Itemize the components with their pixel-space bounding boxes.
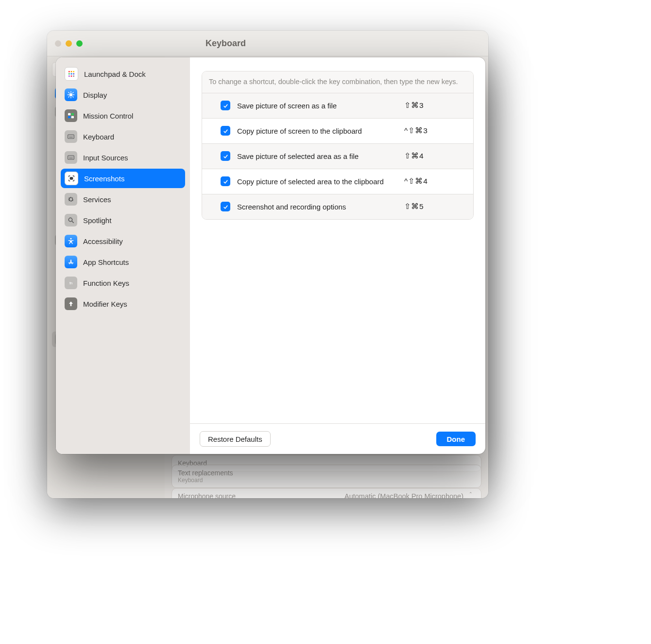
- svg-rect-19: [71, 113, 74, 116]
- sidebar-item-services[interactable]: Services: [61, 190, 185, 209]
- shortcut-label: Screenshot and recording options: [237, 203, 397, 211]
- svg-line-39: [72, 221, 73, 223]
- stepper-icon[interactable]: ⌃⌄: [466, 491, 475, 498]
- fn-icon: fn: [65, 277, 77, 289]
- sidebar-item-keyboard[interactable]: Keyboard: [61, 127, 185, 146]
- camera-icon: [65, 172, 78, 185]
- svg-line-16: [69, 97, 69, 97]
- shortcut-label: Copy picture of screen to the clipboard: [237, 127, 397, 135]
- shortcut-row[interactable]: Copy picture of selected area to the cli…: [202, 169, 473, 194]
- svg-rect-0: [69, 71, 70, 72]
- shortcut-keys[interactable]: ⇧⌘4: [404, 152, 424, 160]
- shortcut-panel: To change a shortcut, double-click the k…: [202, 71, 474, 220]
- minimize-icon[interactable]: [66, 40, 72, 47]
- sidebar-item-display[interactable]: Display: [61, 85, 185, 104]
- svg-line-14: [69, 92, 69, 93]
- svg-rect-7: [71, 75, 72, 77]
- maximize-icon[interactable]: [76, 40, 83, 47]
- svg-point-40: [70, 238, 72, 240]
- sidebar-item-launchpad[interactable]: Launchpad & Dock: [61, 64, 185, 84]
- keyboard-icon: [65, 130, 77, 143]
- sidebar-item-mission[interactable]: Mission Control: [61, 106, 185, 125]
- titlebar: Keyboard: [47, 31, 488, 56]
- shortcuts-sheet: Launchpad & DockDisplayMission ControlKe…: [56, 57, 485, 454]
- svg-rect-21: [71, 116, 74, 119]
- traffic-lights: [55, 40, 83, 47]
- close-icon[interactable]: [55, 40, 61, 47]
- checkbox[interactable]: [221, 202, 230, 211]
- mission-icon: [65, 109, 77, 122]
- svg-line-17: [73, 92, 73, 93]
- sidebar-item-accessibility[interactable]: Accessibility: [61, 231, 185, 251]
- page-title: Keyboard: [206, 38, 246, 49]
- svg-rect-2: [73, 71, 74, 72]
- panel-note: To change a shortcut, double-click the k…: [202, 71, 473, 93]
- shortcut-keys[interactable]: ⇧⌘3: [404, 101, 424, 110]
- shortcut-label: Save picture of selected area as a file: [237, 152, 397, 160]
- sidebar-item-label: Display: [83, 91, 107, 99]
- svg-rect-8: [73, 75, 74, 77]
- shortcut-keys[interactable]: ⇧⌘5: [404, 202, 424, 211]
- setting-row-value[interactable]: Automatic (MacBook Pro Microphone): [344, 492, 463, 498]
- sidebar-item-label: Keyboard: [83, 133, 114, 141]
- sidebar-item-label: Mission Control: [83, 112, 133, 120]
- up-icon: [65, 297, 77, 310]
- sheet-footer: Restore Defaults Done: [190, 423, 485, 454]
- svg-rect-29: [68, 156, 74, 159]
- sidebar-item-label: Launchpad & Dock: [84, 70, 146, 78]
- sidebar-item-label: Services: [83, 195, 111, 204]
- checkbox[interactable]: [221, 176, 230, 186]
- category-sidebar: Launchpad & DockDisplayMission ControlKe…: [56, 57, 190, 454]
- restore-defaults-button[interactable]: Restore Defaults: [200, 431, 271, 447]
- svg-point-9: [69, 93, 72, 96]
- setting-row-label: Text replacements: [178, 469, 475, 477]
- svg-rect-6: [69, 75, 70, 77]
- sidebar-item-label: Accessibility: [83, 237, 123, 245]
- svg-point-37: [71, 178, 72, 179]
- shortcut-keys[interactable]: ^⇧⌘4: [404, 177, 428, 186]
- gear-icon: [65, 193, 77, 206]
- sidebar-item-label: App Shortcuts: [83, 258, 129, 266]
- shortcut-row[interactable]: Screenshot and recording options⇧⌘5: [202, 194, 473, 219]
- svg-rect-22: [68, 135, 74, 139]
- shortcut-row[interactable]: Save picture of screen as a file⇧⌘3: [202, 93, 473, 118]
- sidebar-item-label: Modifier Keys: [83, 300, 127, 308]
- svg-rect-1: [71, 71, 72, 72]
- appstore-icon: [65, 256, 77, 268]
- svg-rect-4: [71, 73, 72, 75]
- checkbox[interactable]: [221, 151, 230, 161]
- svg-rect-20: [68, 116, 70, 119]
- grid-icon: [65, 67, 78, 81]
- keyboard-icon: [65, 151, 77, 164]
- svg-rect-5: [73, 73, 74, 75]
- done-button[interactable]: Done: [436, 432, 476, 446]
- svg-rect-18: [68, 113, 70, 116]
- svg-line-15: [73, 97, 73, 97]
- search-icon: [65, 214, 77, 226]
- sidebar-item-label: Spotlight: [83, 216, 111, 225]
- accessibility-icon: [65, 235, 77, 247]
- shortcut-row[interactable]: Copy picture of screen to the clipboard^…: [202, 118, 473, 143]
- shortcut-label: Copy picture of selected area to the cli…: [237, 177, 397, 186]
- sidebar-item-screenshots[interactable]: Screenshots: [61, 169, 185, 188]
- shortcut-row[interactable]: Save picture of selected area as a file⇧…: [202, 143, 473, 169]
- sidebar-item-label: Input Sources: [83, 154, 128, 162]
- setting-row-sub: Keyboard: [178, 477, 475, 484]
- shortcut-keys[interactable]: ^⇧⌘3: [404, 126, 428, 135]
- svg-rect-3: [69, 73, 70, 75]
- checkbox[interactable]: [221, 101, 230, 110]
- shortcut-label: Save picture of screen as a file: [237, 102, 397, 110]
- sidebar-item-inputsources[interactable]: Input Sources: [61, 148, 185, 167]
- sidebar-item-modifierkeys[interactable]: Modifier Keys: [61, 294, 185, 313]
- sidebar-item-label: Screenshots: [84, 174, 124, 183]
- sidebar-item-spotlight[interactable]: Spotlight: [61, 210, 185, 230]
- sun-icon: [65, 88, 77, 101]
- svg-text:fn: fn: [69, 281, 72, 285]
- sidebar-item-functionkeys[interactable]: fnFunction Keys: [61, 273, 185, 293]
- checkbox[interactable]: [221, 126, 230, 136]
- sidebar-item-label: Function Keys: [83, 279, 129, 287]
- sidebar-item-appshortcuts[interactable]: App Shortcuts: [61, 252, 185, 272]
